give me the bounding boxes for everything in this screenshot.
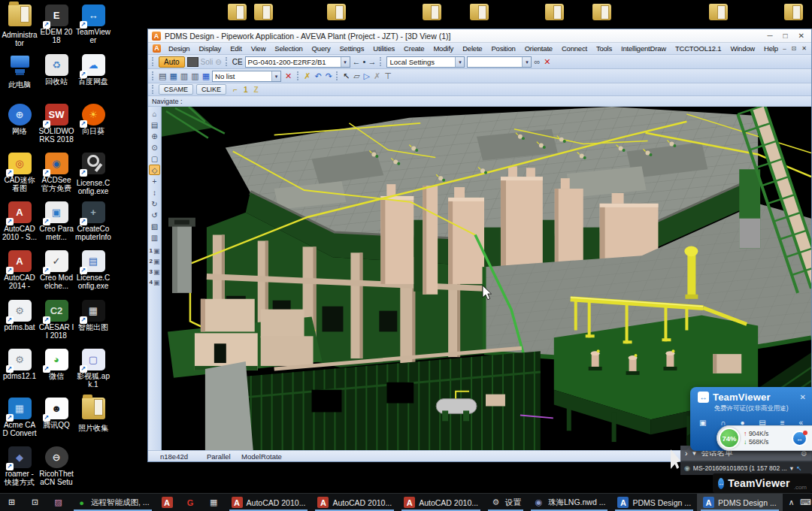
minimize-button[interactable]: ─ bbox=[767, 32, 772, 40]
close-icon[interactable]: ✕ bbox=[800, 393, 806, 401]
desktop-icon[interactable]: 此电脑 bbox=[2, 54, 38, 89]
folder-icon[interactable] bbox=[423, 4, 441, 20]
toolbar-icon[interactable]: ▦ bbox=[169, 71, 177, 81]
toolbar-icon[interactable]: ▤ bbox=[159, 71, 166, 81]
folder-icon[interactable] bbox=[470, 4, 489, 20]
folder-icon[interactable] bbox=[709, 4, 728, 20]
pml-glyph-button[interactable]: 1 bbox=[242, 86, 250, 94]
mdi-restore-button[interactable]: ⊡ bbox=[792, 45, 797, 52]
desktop-icon[interactable]: ⊖ RicohThetaCN Setup.exe bbox=[38, 446, 74, 487]
toolbar-grip[interactable] bbox=[152, 71, 155, 81]
desktop-icon[interactable]: ▦ Acme CAD Converter bbox=[2, 398, 38, 438]
toolbar-grip[interactable] bbox=[336, 71, 339, 81]
close-toolbar-icon[interactable]: ✕ bbox=[542, 57, 552, 67]
toolbar-icon[interactable]: ↷ bbox=[326, 71, 332, 81]
menu-item[interactable]: Delete bbox=[458, 44, 486, 53]
tray-icon[interactable]: ⌨ bbox=[800, 497, 811, 508]
menu-item[interactable]: Connect bbox=[557, 44, 592, 53]
taskbar-button[interactable]: A bbox=[156, 494, 179, 511]
folder-icon[interactable] bbox=[784, 4, 803, 20]
folder-icon[interactable] bbox=[254, 4, 273, 20]
desktop-icon[interactable]: ✓ Creo Modelche... bbox=[38, 250, 74, 290]
pml-button[interactable]: CLIKE bbox=[196, 84, 226, 95]
desktop-icon[interactable]: E EDEM 2018 bbox=[38, 5, 74, 44]
toolbar-icon[interactable]: ↶ bbox=[314, 71, 321, 81]
menu-item[interactable]: Edit bbox=[226, 44, 247, 53]
pml-glyph-button[interactable]: Z bbox=[252, 86, 259, 94]
view-tool-icon[interactable]: ↺ bbox=[149, 210, 160, 220]
taskbar-button[interactable]: A PDMS Design ... bbox=[611, 494, 697, 511]
pml-glyph-button[interactable]: ⌐ bbox=[232, 86, 239, 94]
close-button[interactable]: ✕ bbox=[798, 32, 804, 40]
taskbar-button[interactable]: ⚙ 设置 bbox=[484, 494, 527, 511]
desktop-icon[interactable]: ▣ Creo Parametr... bbox=[38, 201, 74, 241]
color-swatch[interactable] bbox=[187, 57, 198, 67]
desktop-icon[interactable]: Administrator bbox=[2, 5, 38, 47]
menu-item[interactable]: Design bbox=[164, 44, 194, 53]
mdi-close-button[interactable]: ✕ bbox=[801, 45, 807, 52]
menu-item[interactable]: Settings bbox=[335, 44, 368, 53]
teamviewer-tool-icon[interactable]: ▣ bbox=[699, 419, 706, 427]
menu-item[interactable]: Utilities bbox=[368, 44, 399, 53]
menu-item[interactable]: Modify bbox=[429, 44, 458, 53]
title-bar[interactable]: A PDMS Design - Pipework Application - A… bbox=[148, 29, 811, 43]
desktop-icon[interactable]: C2 CAESAR II 2018 bbox=[38, 300, 74, 340]
menu-item[interactable]: Display bbox=[194, 44, 226, 53]
menu-item[interactable]: Orientate bbox=[520, 44, 557, 53]
menu-item[interactable]: Query bbox=[308, 44, 335, 53]
toolbar-grip[interactable] bbox=[380, 57, 383, 67]
view-tool-icon[interactable]: ◇ bbox=[149, 165, 160, 175]
saved-view-button[interactable]: 1▣ bbox=[149, 246, 161, 256]
mdi-minimize-button[interactable]: – bbox=[783, 45, 786, 52]
settings-scope-combobox[interactable]: Local Settings▾ bbox=[386, 56, 465, 68]
toolbar-grip[interactable] bbox=[152, 57, 155, 67]
menu-item[interactable]: TCCTOOL12.1 bbox=[671, 44, 726, 53]
folder-icon[interactable] bbox=[327, 4, 346, 20]
expand-chevron-icon[interactable]: › bbox=[685, 449, 688, 458]
saved-view-button[interactable]: 2▣ bbox=[149, 256, 161, 266]
desktop-icon[interactable]: A AutoCAD 2014 - 简... bbox=[2, 250, 38, 291]
lock-icon[interactable]: ⊖ bbox=[215, 58, 221, 66]
taskbar-button[interactable]: ▨ bbox=[47, 494, 70, 511]
toolbar-icon[interactable]: ▱ bbox=[353, 71, 359, 81]
desktop-icon[interactable]: ☻ 腾讯QQ bbox=[38, 398, 74, 429]
chevron-down-icon[interactable]: ▾ bbox=[271, 71, 280, 81]
menu-item[interactable]: View bbox=[247, 44, 271, 53]
desktop-icon[interactable]: ☀ 向日葵 bbox=[75, 104, 111, 135]
caret-down-icon[interactable]: ▾ bbox=[790, 464, 793, 472]
desktop-icon[interactable]: ▢ 影视狐.apk.1 bbox=[75, 349, 111, 389]
toolbar-icon[interactable]: ↖ bbox=[343, 71, 350, 81]
folder-icon[interactable] bbox=[545, 4, 564, 20]
desktop-icon[interactable]: ⚙ pdms.bat bbox=[2, 300, 38, 331]
saved-view-button[interactable]: 3▣ bbox=[149, 267, 161, 277]
nav-back-button[interactable]: ← bbox=[353, 57, 361, 66]
folder-icon[interactable] bbox=[592, 4, 611, 20]
desktop-icon[interactable]: ↔ TeamViewer bbox=[75, 5, 111, 44]
toolbar-icon[interactable]: ▦ bbox=[202, 71, 210, 81]
view-tool-icon[interactable]: ↕ bbox=[149, 187, 160, 198]
taskbar-button[interactable]: ◉ 珠海LNG.nwd ... bbox=[527, 494, 611, 511]
saved-view-button[interactable]: 4▣ bbox=[149, 277, 161, 287]
taskbar-button[interactable]: A AutoCAD 2010... bbox=[226, 494, 312, 511]
desktop-icon[interactable]: ♻ 回收站 bbox=[38, 54, 74, 86]
menu-item[interactable]: Window bbox=[726, 44, 759, 53]
desktop-icon[interactable]: ▤ License.Config.exe bbox=[75, 250, 111, 290]
desktop-icon[interactable]: ◉ ACDSee 官方免费版 bbox=[38, 153, 74, 193]
toolbar-grip[interactable] bbox=[226, 57, 229, 67]
nav-forward-button[interactable]: → bbox=[368, 57, 376, 66]
menu-item[interactable]: Create bbox=[399, 44, 429, 53]
view-tool-icon[interactable]: + bbox=[149, 176, 160, 186]
list-combobox[interactable]: No list▾ bbox=[212, 71, 281, 82]
chevron-down-icon[interactable]: ▾ bbox=[522, 57, 531, 67]
desktop-icon[interactable]: SW SOLIDWORKS 2018 bbox=[38, 104, 74, 144]
taskbar-button[interactable]: ▦ bbox=[202, 494, 226, 511]
toolbar-icon[interactable]: ✗ bbox=[374, 71, 380, 81]
taskbar-button[interactable]: A AutoCAD 2010... bbox=[311, 494, 398, 511]
view-tool-icon[interactable]: ⊙ bbox=[149, 142, 160, 153]
menu-item[interactable]: Selection bbox=[270, 44, 307, 53]
desktop-icon[interactable]: ◕ 微信 bbox=[38, 349, 74, 380]
tray-icon[interactable]: ∧ bbox=[789, 497, 795, 508]
desktop-icon[interactable]: License.Config.exe bbox=[75, 153, 111, 195]
taskbar-button[interactable]: G bbox=[179, 494, 202, 511]
folder-icon[interactable] bbox=[228, 4, 247, 20]
